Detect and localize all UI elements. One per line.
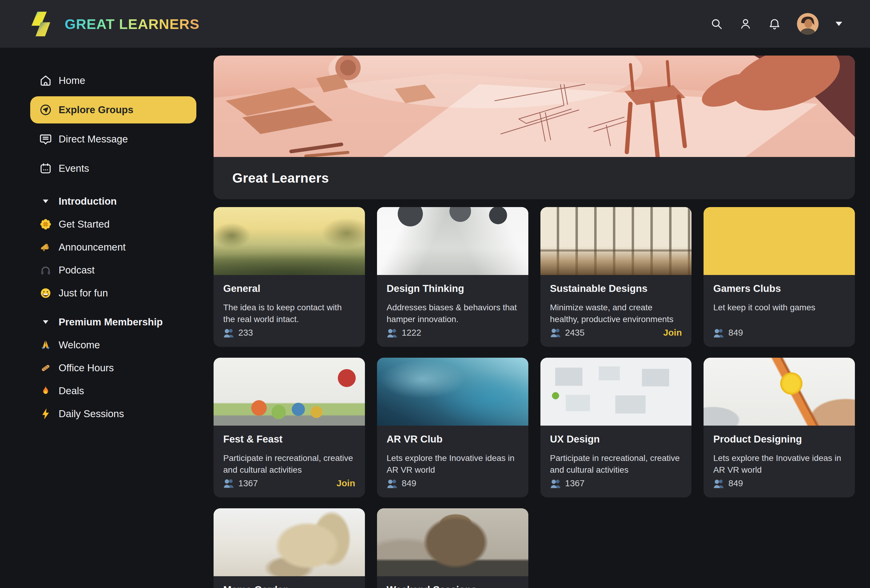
group-card-image (214, 358, 365, 426)
group-card-image (214, 508, 365, 576)
sidebar-item-label: Podcast (59, 264, 95, 276)
member-count: 849 (728, 478, 743, 489)
community-title: Great Learners (232, 171, 329, 186)
sidebar-item-events[interactable]: Events (30, 155, 197, 182)
sidebar-item-label: Get Started (59, 218, 110, 230)
group-card-ar-vr-club[interactable]: AR VR Club Lets explore the Inovative id… (377, 358, 528, 497)
folded-hands-emoji-icon (39, 338, 52, 352)
sidebar-item-get-started[interactable]: Get Started (30, 215, 197, 234)
user-icon[interactable] (739, 17, 752, 31)
chat-bubble-icon (39, 132, 52, 146)
group-title: Design Thinking (387, 283, 519, 294)
community-title-bar: Great Learners (214, 157, 855, 199)
group-card-fest-and-feast[interactable]: Fest & Feast Participate in recreational… (214, 358, 365, 497)
sidebar-item-direct-message[interactable]: Direct Message (30, 126, 197, 153)
member-count: 1367 (565, 478, 585, 489)
brand-title: GREAT LEARNERS (65, 16, 200, 32)
brand-logo[interactable]: GREAT LEARNERS (30, 10, 200, 38)
group-description: Lets explore the Inovative ideas in AR V… (713, 452, 845, 476)
section-label: Introduction (59, 196, 116, 207)
avatar[interactable] (797, 13, 819, 35)
group-card-ux-design[interactable]: UX Design Participate in recreational, c… (541, 358, 692, 497)
sidebar-item-explore-groups[interactable]: Explore Groups (30, 96, 197, 123)
sidebar-item-label: Announcement (59, 242, 126, 253)
group-card-image (377, 508, 528, 576)
community-banner-image (214, 55, 855, 157)
main-content: Great Learners General The idea is to ke… (209, 48, 870, 588)
sidebar-item-home[interactable]: Home (30, 67, 197, 94)
section-header-introduction[interactable]: Introduction (30, 192, 197, 210)
sidebar-item-office-hours[interactable]: Office Hours (30, 358, 197, 378)
bell-icon[interactable] (768, 17, 781, 31)
group-description: Participate in recreational, creative an… (550, 452, 682, 476)
group-card-sustainable-designs[interactable]: Sustainable Designs Minimize waste, and … (541, 207, 692, 347)
group-card-design-thinking[interactable]: Design Thinking Addresses biases & behav… (377, 207, 528, 347)
group-card-image (703, 207, 855, 275)
group-title: Meme Garden (223, 584, 355, 588)
sidebar-item-label: Daily Sessions (59, 408, 124, 420)
group-card-gamers-clubs[interactable]: Gamers Clubs Let keep it cool with games… (703, 207, 855, 347)
group-card-general[interactable]: General The idea is to keep contact with… (214, 207, 365, 347)
group-description: The idea is to keep contact with the rea… (223, 301, 355, 325)
member-count: 1222 (402, 328, 422, 338)
members-icon (387, 479, 398, 488)
members-icon (387, 328, 398, 337)
explore-compass-icon (39, 103, 52, 117)
caret-down-icon[interactable] (836, 22, 842, 26)
caret-down-icon (39, 320, 52, 324)
member-count: 2435 (565, 328, 585, 338)
group-card-image (703, 358, 855, 426)
group-card-product-designing[interactable]: Product Designing Lets explore the Inova… (703, 358, 855, 497)
search-icon[interactable] (710, 17, 723, 31)
group-title: Gamers Clubs (713, 283, 845, 294)
sidebar-item-deals[interactable]: Deals (30, 381, 197, 401)
members-icon (550, 328, 562, 337)
group-description: Minimize waste, and create healthy, prod… (550, 301, 682, 325)
group-title: Product Designing (713, 434, 845, 445)
sidebar-section-introduction: Introduction Get Started (30, 192, 197, 303)
group-description: Participate in recreational, creative an… (223, 452, 355, 476)
sidebar-item-daily-sessions[interactable]: Daily Sessions (30, 404, 197, 423)
fire-emoji-icon (39, 384, 52, 398)
flower-emoji-icon (39, 217, 52, 231)
section-header-premium-membership[interactable]: Premium Membership (30, 313, 197, 331)
member-count: 233 (238, 328, 253, 338)
member-count: 849 (402, 478, 416, 489)
groups-grid: General The idea is to keep contact with… (214, 207, 855, 588)
baguette-emoji-icon (39, 361, 52, 375)
caret-down-icon (39, 199, 52, 203)
sidebar-item-label: Events (59, 163, 89, 174)
group-title: AR VR Club (387, 434, 519, 445)
sidebar-section-premium-membership: Premium Membership Welcome (30, 313, 197, 423)
megaphone-emoji-icon (39, 240, 52, 254)
members-icon (713, 479, 725, 488)
sidebar-item-label: Explore Groups (59, 104, 134, 116)
join-button[interactable]: Join (663, 328, 682, 338)
community-banner: Great Learners (214, 55, 855, 199)
group-title: UX Design (550, 434, 682, 445)
members-icon (713, 328, 725, 337)
group-card-meme-garden[interactable]: Meme Garden (214, 508, 365, 588)
sidebar-item-welcome[interactable]: Welcome (30, 336, 197, 355)
calendar-icon (39, 162, 52, 175)
topbar: GREAT LEARNERS (0, 0, 870, 48)
sidebar: Home Explore Groups Direct Message (0, 48, 209, 588)
sidebar-item-podcast[interactable]: Podcast (30, 260, 197, 280)
group-card-image (377, 207, 528, 275)
sidebar-item-label: Deals (59, 385, 84, 396)
group-title: Sustainable Designs (550, 283, 682, 294)
sidebar-item-label: Direct Message (59, 134, 128, 145)
members-icon (550, 479, 562, 488)
topbar-actions (710, 13, 842, 35)
group-description: Lets explore the Inovative ideas in AR V… (387, 452, 519, 476)
grinning-face-emoji-icon (39, 286, 52, 300)
join-button[interactable]: Join (337, 478, 355, 489)
sidebar-item-label: Home (59, 75, 85, 86)
sidebar-item-announcement[interactable]: Announcement (30, 238, 197, 257)
members-icon (223, 479, 235, 488)
group-card-image (377, 358, 528, 426)
sidebar-item-just-for-fun[interactable]: Just for fun (30, 284, 197, 303)
headphones-emoji-icon (39, 263, 52, 277)
group-card-weekend-sessions[interactable]: Weekend Sessions (377, 508, 528, 588)
group-title: General (223, 283, 355, 294)
